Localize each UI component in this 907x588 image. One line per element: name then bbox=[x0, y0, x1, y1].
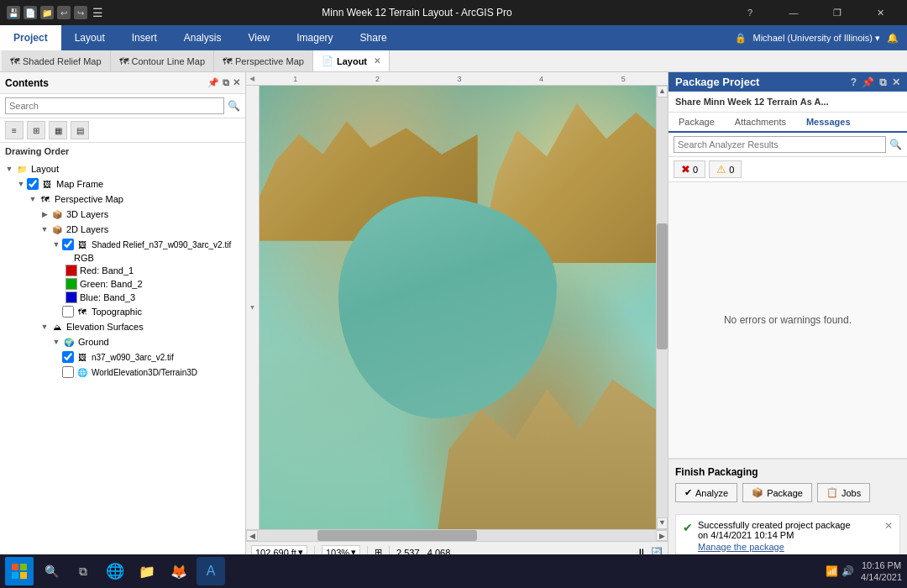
expander-elevation[interactable]: ▼ bbox=[39, 323, 50, 331]
map-canvas[interactable] bbox=[260, 86, 656, 529]
tree-item-3d-layers[interactable]: ▶ 📦 3D Layers bbox=[0, 207, 245, 222]
redo-icon[interactable]: ↪ bbox=[74, 6, 87, 19]
help-icon[interactable]: ? bbox=[851, 76, 857, 88]
contents-search-input[interactable] bbox=[5, 97, 224, 114]
analyzer-search-icon[interactable]: 🔍 bbox=[889, 139, 902, 150]
ribbon-tab-share[interactable]: Share bbox=[347, 25, 401, 50]
filter-icon[interactable]: ▤ bbox=[71, 121, 89, 139]
checkbox-shaded-relief[interactable] bbox=[62, 239, 74, 250]
expander-ground[interactable]: ▼ bbox=[50, 338, 62, 346]
scrollbar-horizontal[interactable]: ◀ ▶ bbox=[246, 529, 668, 541]
start-button[interactable] bbox=[5, 557, 34, 585]
expander-2d[interactable]: ▼ bbox=[39, 225, 50, 234]
arcgis-button[interactable]: A bbox=[197, 557, 225, 585]
expander-3d[interactable]: ▶ bbox=[39, 210, 50, 218]
close-success-button[interactable]: ✕ bbox=[884, 520, 893, 532]
task-view-button[interactable]: ⧉ bbox=[69, 557, 97, 585]
taskbar-clock[interactable]: 10:16 PM 4/14/2021 bbox=[861, 559, 902, 584]
scrollbar-vertical-track[interactable] bbox=[657, 97, 668, 517]
tree-item-topographic[interactable]: 🗺 Topographic bbox=[0, 304, 245, 319]
scroll-up-button[interactable]: ▲ bbox=[657, 86, 668, 97]
tree-item-map-frame[interactable]: ▼ 🖼 Map Frame bbox=[0, 176, 245, 192]
new-icon[interactable]: 📄 bbox=[24, 6, 37, 19]
tree-item-blue-band[interactable]: Blue: Band_3 bbox=[0, 291, 245, 304]
ribbon-tab-view[interactable]: View bbox=[234, 25, 283, 50]
expander-relief[interactable]: ▼ bbox=[50, 240, 62, 249]
taskbar-search-button[interactable]: 🔍 bbox=[37, 557, 66, 585]
scroll-left-button[interactable]: ◀ bbox=[246, 530, 258, 541]
volume-icon[interactable]: 🔊 bbox=[841, 565, 854, 577]
tab-perspective-map[interactable]: 🗺 Perspective Map bbox=[214, 50, 313, 71]
tree-item-layout[interactable]: ▼ 📁 Layout bbox=[0, 161, 245, 176]
ribbon-user[interactable]: 🔒 Michael (University of Illinois) ▾ 🔔 bbox=[735, 25, 907, 50]
checkbox-map-frame[interactable] bbox=[27, 178, 39, 190]
search-icon[interactable]: 🔍 bbox=[228, 100, 240, 112]
tree-item-2d-layers[interactable]: ▼ 📦 2D Layers bbox=[0, 222, 245, 237]
warnings-button[interactable]: ⚠ 0 bbox=[709, 160, 742, 178]
ribbon-tab-imagery[interactable]: Imagery bbox=[283, 25, 346, 50]
close-button[interactable]: ✕ bbox=[862, 0, 900, 25]
explorer-button[interactable]: 📁 bbox=[133, 557, 161, 585]
float-panel-icon[interactable]: ⧉ bbox=[879, 76, 887, 88]
contents-close-icon[interactable]: ✕ bbox=[233, 77, 240, 88]
errors-button[interactable]: ✖ 0 bbox=[674, 160, 705, 178]
analyze-button[interactable]: ✔ Analyze bbox=[675, 483, 737, 502]
tab-close-button[interactable]: ✕ bbox=[374, 56, 380, 66]
tree-item-perspective-map[interactable]: ▼ 🗺 Perspective Map bbox=[0, 192, 245, 207]
network-icon[interactable]: 📶 bbox=[826, 565, 838, 577]
ribbon-tab-analysis[interactable]: Analysis bbox=[170, 25, 235, 50]
grid-icon[interactable]: ▦ bbox=[49, 121, 67, 139]
float-icon[interactable]: ⧉ bbox=[223, 77, 229, 88]
edge-button[interactable]: 🌐 bbox=[101, 557, 129, 585]
tab-package[interactable]: Package bbox=[668, 113, 725, 131]
expander-mapframe[interactable]: ▼ bbox=[15, 180, 27, 188]
scroll-down-button[interactable]: ▼ bbox=[657, 517, 668, 529]
pin-icon[interactable]: 📌 bbox=[207, 77, 219, 88]
tree-item-green-band[interactable]: Green: Band_2 bbox=[0, 277, 245, 291]
notification-icon[interactable]: 🔔 bbox=[887, 33, 899, 44]
manage-package-link[interactable]: Manage the package bbox=[698, 542, 879, 552]
expander-perspective[interactable]: ▼ bbox=[27, 195, 39, 203]
ribbon-tab-layout[interactable]: Layout bbox=[61, 25, 118, 50]
help-button[interactable]: ? bbox=[731, 0, 769, 25]
tab-messages[interactable]: Messages bbox=[796, 113, 861, 133]
error-icon: ✖ bbox=[681, 163, 690, 176]
folder-icon[interactable]: 📁 bbox=[40, 6, 54, 19]
tree-item-rgb[interactable]: RGB bbox=[0, 252, 245, 264]
tab-attachments[interactable]: Attachments bbox=[725, 113, 796, 131]
undo-icon[interactable]: ↩ bbox=[57, 6, 71, 19]
scrollbar-horizontal-thumb[interactable] bbox=[317, 530, 477, 541]
tab-layout[interactable]: 📄 Layout ✕ bbox=[313, 50, 390, 71]
hierarchy-icon[interactable]: ⊞ bbox=[27, 121, 45, 139]
tab-shaded-relief-map[interactable]: 🗺 Shaded Relief Map bbox=[2, 50, 111, 71]
restore-button[interactable]: ❐ bbox=[818, 0, 857, 25]
package-button[interactable]: 📦 Package bbox=[742, 483, 812, 502]
firefox-button[interactable]: 🦊 bbox=[165, 557, 193, 585]
tree-item-ground[interactable]: ▼ 🌍 Ground bbox=[0, 334, 245, 349]
tree-item-n37-raster[interactable]: 🖼 n37_w090_3arc_v2.tif bbox=[0, 349, 245, 365]
tree-item-world-elevation[interactable]: 🌐 WorldElevation3D/Terrain3D bbox=[0, 365, 245, 380]
tree-item-elevation-surfaces[interactable]: ▼ ⛰ Elevation Surfaces bbox=[0, 319, 245, 334]
map-icon: 🗺 bbox=[10, 56, 19, 66]
tab-contour-line-map[interactable]: 🗺 Contour Line Map bbox=[111, 50, 214, 71]
ribbon-tab-project[interactable]: Project bbox=[0, 25, 61, 50]
hamburger-icon[interactable]: ☰ bbox=[92, 6, 103, 19]
tree-item-shaded-relief[interactable]: ▼ 🖼 Shaded Relief_n37_w090_3arc_v2.tif bbox=[0, 237, 245, 252]
scrollbar-vertical[interactable]: ▲ ▼ bbox=[656, 86, 668, 529]
tree-item-red-band[interactable]: Red: Band_1 bbox=[0, 264, 245, 277]
jobs-button[interactable]: 📋 Jobs bbox=[817, 483, 870, 502]
scrollbar-horizontal-track[interactable] bbox=[258, 530, 656, 541]
checkbox-world-elevation[interactable] bbox=[62, 366, 74, 378]
close-panel-icon[interactable]: ✕ bbox=[892, 76, 900, 88]
expander-layout[interactable]: ▼ bbox=[3, 165, 15, 173]
save-icon[interactable]: 💾 bbox=[7, 6, 20, 19]
scroll-right-button[interactable]: ▶ bbox=[656, 530, 668, 541]
list-icon[interactable]: ≡ bbox=[5, 121, 24, 139]
pin-panel-icon[interactable]: 📌 bbox=[862, 76, 874, 88]
analyzer-search-input[interactable] bbox=[674, 136, 886, 153]
minimize-button[interactable]: — bbox=[774, 0, 813, 25]
checkbox-topographic[interactable] bbox=[62, 306, 74, 318]
ribbon-tab-insert[interactable]: Insert bbox=[118, 25, 170, 50]
checkbox-n37[interactable] bbox=[62, 351, 74, 363]
scrollbar-vertical-thumb[interactable] bbox=[657, 223, 668, 349]
